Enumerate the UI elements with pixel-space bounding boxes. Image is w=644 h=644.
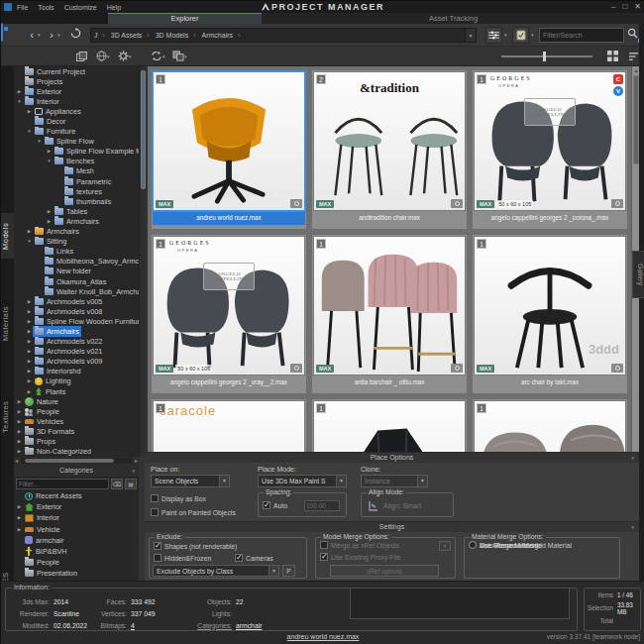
breadcrumb-item[interactable]: 3D Models bbox=[153, 32, 199, 39]
camera-icon[interactable] bbox=[611, 199, 623, 208]
expand-arrow-icon[interactable]: ▶ bbox=[16, 409, 23, 414]
categories-header[interactable]: Categories bbox=[14, 465, 139, 477]
tree-item[interactable]: Current Project bbox=[14, 66, 139, 76]
tree-item[interactable]: textures bbox=[14, 186, 139, 196]
globe-dropdown-icon[interactable]: ▾ bbox=[107, 49, 110, 64]
tree-item[interactable]: ▶ People bbox=[14, 406, 139, 416]
tree-item[interactable]: ▶ Spline Flow Example Mode bbox=[14, 147, 139, 157]
expand-arrow-icon[interactable]: ▼ bbox=[16, 99, 23, 104]
expand-arrow-icon[interactable]: ▶ bbox=[26, 349, 33, 354]
expand-arrow-icon[interactable]: ▶ bbox=[26, 109, 33, 114]
tree-item[interactable]: ▶ Plants bbox=[14, 386, 139, 396]
tree-item[interactable]: Links bbox=[14, 247, 139, 257]
tab-asset-tracking[interactable]: Asset Tracking bbox=[262, 13, 644, 24]
categories-filter-input[interactable] bbox=[16, 479, 109, 489]
camera-icon[interactable] bbox=[290, 364, 302, 373]
tree-item[interactable]: ▶ Spline Flow Wooden Furniture bbox=[14, 316, 139, 326]
expand-arrow-icon[interactable]: ▶ bbox=[16, 439, 23, 444]
clear-filter-icon[interactable]: ⌫ bbox=[111, 479, 123, 489]
tree-item[interactable]: ▼ Furniture bbox=[14, 127, 139, 137]
expand-arrow-icon[interactable]: ▶ bbox=[46, 209, 53, 214]
expand-arrow-icon[interactable]: ▼ bbox=[46, 159, 53, 163]
tree-item[interactable]: Projects bbox=[14, 76, 139, 86]
back-icon[interactable]: ‹ bbox=[27, 27, 37, 43]
merge-icon[interactable] bbox=[171, 50, 185, 62]
tree-item[interactable]: Mesh bbox=[14, 166, 139, 176]
panels-icon[interactable] bbox=[74, 50, 88, 62]
tree-item[interactable]: ▼ Benches bbox=[14, 157, 139, 166]
tree-item[interactable]: Walter Knoll_Bob_Armcha bbox=[14, 286, 139, 296]
tree-item[interactable]: ▶ Armchairs bbox=[14, 227, 139, 237]
align-icon[interactable] bbox=[367, 499, 378, 517]
breadcrumb-dropdown-icon[interactable]: ▼ bbox=[465, 28, 477, 43]
tree-item[interactable]: ▶ Archmodels v021 bbox=[14, 347, 139, 357]
tree-horizontal-scrollbar[interactable]: ◄► bbox=[14, 457, 139, 465]
filter-options-icon[interactable]: ▤ bbox=[125, 479, 137, 489]
expand-arrow-icon[interactable]: ▶ bbox=[16, 429, 23, 434]
expand-arrow-icon[interactable]: ▼ bbox=[26, 239, 33, 244]
expand-arrow-icon[interactable]: ▶ bbox=[16, 89, 23, 94]
tree-item[interactable]: ▶ Archmodels v005 bbox=[14, 296, 139, 306]
asset-thumbnail[interactable]: 3ddd 1 CV MAX arc chair by takt.max bbox=[473, 235, 627, 393]
cameras-checkbox[interactable]: Cameras bbox=[235, 554, 273, 562]
tree-item[interactable]: New folder bbox=[14, 267, 139, 276]
search-icon[interactable] bbox=[626, 27, 639, 43]
asset-filename[interactable]: andreu world nuez.max bbox=[153, 211, 305, 225]
asset-thumbnail[interactable]: GEORGES OPERA ANGELO CAPPELLINI 1 CV MAX… bbox=[152, 235, 306, 393]
expand-arrow-icon[interactable]: ▶ bbox=[46, 149, 53, 154]
spacing-value-input[interactable] bbox=[304, 500, 340, 511]
globe-icon[interactable] bbox=[94, 50, 108, 62]
refresh-icon[interactable] bbox=[68, 27, 82, 43]
expand-arrow-icon[interactable]: ▶ bbox=[26, 329, 33, 334]
asset-thumbnail[interactable]: 1 CV bbox=[312, 399, 467, 452]
side-tab[interactable]: Models bbox=[1, 213, 14, 259]
place-on-select[interactable]: Scene Objects▼ bbox=[151, 475, 230, 487]
place-mode-select[interactable]: Use 3Ds Max Paint S▼ bbox=[258, 475, 347, 487]
tree-item[interactable]: ▶ Non-Categorized bbox=[14, 447, 139, 457]
tree-scrollbar[interactable] bbox=[139, 66, 146, 457]
tree-item[interactable]: ▼ Interior bbox=[14, 96, 139, 106]
category-item[interactable]: ▶ Exterior bbox=[14, 501, 139, 512]
expand-arrow-icon[interactable]: ▶ bbox=[16, 504, 23, 509]
asset-thumbnail[interactable]: 1 CV MAX andreu world nuez.max bbox=[152, 70, 306, 229]
spacing-auto-checkbox[interactable]: Auto bbox=[263, 501, 287, 509]
expand-arrow-icon[interactable]: ▶ bbox=[16, 527, 23, 532]
asset-thumbnail[interactable]: GEORGES OPERA ANGELO CAPPELLINI 1 CV MAX… bbox=[473, 70, 627, 229]
expand-arrow-icon[interactable]: ▶ bbox=[26, 389, 33, 394]
expand-arrow-icon[interactable]: ▶ bbox=[26, 229, 33, 234]
expand-arrow-icon[interactable]: ▶ bbox=[16, 515, 23, 520]
forward-dropdown-icon[interactable]: ▾ bbox=[57, 27, 60, 43]
merge-xref-dropdown-icon[interactable]: ▼ bbox=[439, 541, 451, 551]
minimize-icon[interactable]: – bbox=[611, 1, 615, 13]
tree-item[interactable]: Okamura_Atlas bbox=[14, 276, 139, 286]
checklist-icon[interactable] bbox=[512, 27, 529, 44]
tree-item[interactable]: ▶ Vehicles bbox=[14, 416, 139, 426]
expand-arrow-icon[interactable]: ▶ bbox=[16, 399, 23, 404]
category-item[interactable]: Presentation bbox=[14, 568, 139, 579]
tree-item[interactable]: ▶ Exterior bbox=[14, 86, 139, 96]
tree-item[interactable]: Mobilheona_Savoy_Armch bbox=[14, 257, 139, 267]
view-options-icon[interactable] bbox=[485, 27, 502, 44]
exclude-by-class-select[interactable]: Exclude Objects by Class▼ bbox=[153, 565, 279, 577]
category-item[interactable]: Recent Assets bbox=[14, 490, 139, 501]
thumbnail-size-slider[interactable] bbox=[501, 55, 592, 57]
side-tab[interactable]: Materials bbox=[1, 296, 14, 352]
grid-view-icon[interactable] bbox=[605, 50, 619, 62]
asset-thumbnail[interactable]: 1 CV bbox=[473, 399, 627, 452]
expand-arrow-icon[interactable]: ▶ bbox=[16, 449, 23, 454]
xref-options-button[interactable]: xRef options bbox=[330, 565, 439, 577]
expand-arrow-icon[interactable]: ▶ bbox=[26, 339, 33, 344]
tree-item[interactable]: thumbnails bbox=[14, 196, 139, 206]
expand-arrow-icon[interactable]: ▶ bbox=[26, 359, 33, 364]
tree-item[interactable]: ▶ Archmodels v009 bbox=[14, 357, 139, 367]
tree-item[interactable]: ▶ Armchairs bbox=[14, 326, 139, 336]
tree-item[interactable]: Decor bbox=[14, 116, 139, 126]
tree-item[interactable]: Parametric bbox=[14, 176, 139, 186]
breadcrumb-item[interactable]: 3D Assets bbox=[108, 32, 153, 39]
place-options-header[interactable]: Place Options bbox=[145, 453, 639, 463]
settings-header[interactable]: Settings bbox=[145, 522, 639, 532]
tree-item[interactable]: ▶ Archmodels v022 bbox=[14, 337, 139, 347]
expand-arrow-icon[interactable]: ▶ bbox=[26, 319, 33, 324]
material-merge-radio[interactable]: Auto-Rename Merged Material bbox=[469, 541, 572, 549]
merge-dropdown-icon[interactable]: ▾ bbox=[184, 49, 187, 64]
